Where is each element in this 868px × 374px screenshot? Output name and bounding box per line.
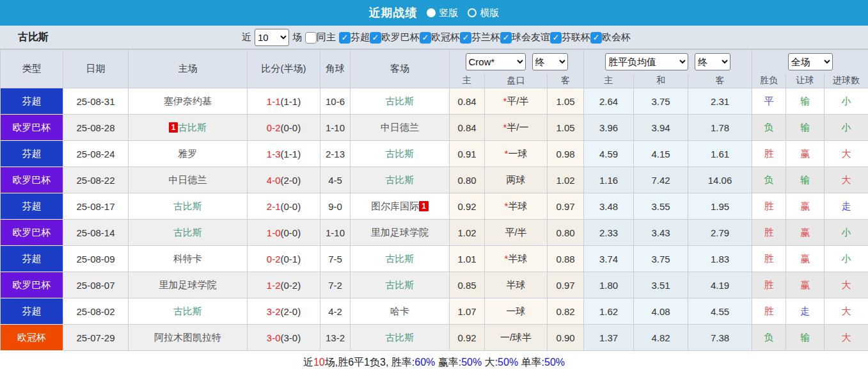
checkbox-checked-icon[interactable]: ✓ [339,32,351,44]
layout-radio-horizontal[interactable]: 横版 [468,7,500,19]
match-type-badge: 欧罗巴杯 [1,115,63,141]
handicap-away-odds-cell: 0.82 [548,298,584,325]
summary-segment: :60% [412,357,435,368]
date-cell: 25-08-22 [63,167,129,193]
team-name-text: 里加足球学院 [371,227,429,238]
table-row: 芬超25-08-02古比斯3-2(2-0)4-2哈卡1.07一球0.821.62… [1,298,868,325]
radio-selected-icon[interactable] [427,8,436,17]
handicap-line-cell: 一球 [485,298,548,325]
summary-segment: 近 [303,356,313,370]
handicap-home-odds-cell: 0.91 [450,141,485,167]
home-team-cell: 1古比斯 [129,115,248,141]
score-cell: 1-3(1-1) [248,141,320,167]
handicap-result-cell: 输 [786,115,825,141]
avg-odds-select[interactable]: 胜平负均值 [605,53,688,70]
goals-result-cell: 小 [825,88,868,115]
corner-cell: 10-6 [320,88,351,115]
team-name-text: 科特卡 [173,253,202,264]
summary-segment: 场,胜6平1负3, 胜率 [325,356,412,370]
asterisk-marker: * [505,148,509,159]
table-row: 欧罗巴杯25-08-14古比斯1-0(0-0)1-10里加足球学院1.02平/半… [1,220,868,246]
col-header-date: 日期 [63,50,129,88]
handicap-home-odds-cell: 1.02 [450,220,485,246]
odds-company-select[interactable]: Crow* [466,53,526,70]
fulltime-score: 1-3 [267,149,281,159]
avg-home-odds-cell: 2.64 [584,88,634,115]
league-checkbox[interactable]: ✓芬超 [339,31,370,44]
fulltime-score: 0-2 [267,254,281,264]
match-type-badge: 芬超 [1,88,63,115]
halftime-score: (0-0) [281,227,301,238]
handicap-home-odds-cell: 0.80 [450,167,485,193]
league-checkbox[interactable]: ✓欧罗巴杯 [370,31,420,44]
avg-draw-odds-cell: 4.82 [634,325,688,351]
handicap-line-cell: *半球 [485,193,548,220]
same-home-checkbox[interactable]: 同主 [305,31,336,44]
home-team-cell: 雅罗 [129,141,248,167]
table-row: 芬超25-08-31塞伊奈约基1-1(1-1)10-6古比斯0.84*平/半1.… [1,88,868,115]
league-checkbox[interactable]: ✓欧会杯 [590,31,631,44]
radio-unselected-icon[interactable] [468,8,477,17]
checkbox-checked-icon[interactable]: ✓ [420,32,431,44]
match-type-badge: 芬超 [1,246,63,272]
rounds-select[interactable]: 10 [255,29,289,46]
handicap-line-cell: 两球 [485,167,548,193]
avg-odds-time-select[interactable]: 终 [695,53,730,70]
checkbox-checked-icon[interactable]: ✓ [550,32,562,44]
scope-select[interactable]: 全场 [788,53,833,70]
near-label: 近 [242,31,251,44]
score-cell: 4-0(2-0) [248,167,320,193]
halftime-score: (1-1) [281,96,301,107]
fulltime-score: 3-0 [267,332,281,343]
avg-draw-odds-cell: 3.94 [634,115,688,141]
handicap-line-cell: 一/球半 [485,325,548,351]
team-name-text: 古比斯 [173,200,202,211]
handicap-home-odds-cell: 0.84 [450,88,485,115]
league-checkbox[interactable]: ✓球会友谊 [500,31,550,44]
avg-home-odds-cell: 4.59 [584,141,634,167]
corner-cell: 1-10 [320,115,351,141]
odds-company-time-select[interactable]: 终 [532,53,568,70]
halftime-score: (0-0) [281,122,301,133]
league-checkbox[interactable]: ✓芬联杯 [550,31,590,44]
avg-draw-odds-cell: 7.42 [634,167,688,193]
layout-radio-vertical[interactable]: 竖版 [427,7,459,19]
home-team-cell: 古比斯 [129,193,248,220]
date-cell: 25-08-31 [63,88,129,115]
radio-horizontal-label: 横版 [480,7,500,19]
table-row: 芬超25-08-24雅罗1-3(1-1)2-13古比斯0.91*一球0.984.… [1,141,868,167]
asterisk-marker: * [505,253,509,264]
fulltime-score: 1-2 [267,280,281,291]
avg-odds-select-group: 胜平负均值 终 [584,50,752,74]
league-checkbox[interactable]: ✓欧冠杯 [420,31,460,44]
avg-home-odds-cell: 1.62 [584,298,634,325]
handicap-result-cell: 输 [786,88,825,115]
sub-header-avg-away: 客 [688,74,752,88]
checkbox-checked-icon[interactable]: ✓ [370,32,381,44]
col-header-away: 客场 [351,50,450,88]
filter-row: 古比斯 近 10 场 同主 ✓芬超✓欧罗巴杯✓欧冠杯✓芬兰杯✓球会友谊✓芬联杯✓… [0,26,868,49]
goals-result-cell: 大 [825,325,868,351]
league-checkbox[interactable]: ✓芬兰杯 [460,31,500,44]
checkbox-checked-icon[interactable]: ✓ [460,32,471,44]
handicap-away-odds-cell: 0.98 [548,141,584,167]
checkbox-checked-icon[interactable]: ✓ [500,32,512,44]
asterisk-marker: * [505,200,509,211]
corner-cell: 4-2 [320,298,351,325]
halftime-score: (1-1) [281,149,301,159]
halftime-score: (2-0) [281,175,301,186]
summary-segment: :50% [542,357,565,368]
summary-segment: 大 [482,356,494,370]
checkbox-checked-icon[interactable]: ✓ [590,32,602,44]
away-team-cell: 古比斯 [351,246,450,272]
halftime-score: (0-0) [281,201,301,212]
sub-header-crow-home: 主 [450,74,485,88]
checkbox-unchecked-icon[interactable] [305,32,317,44]
goals-result-cell: 大 [825,272,868,298]
date-cell: 25-08-07 [63,272,129,298]
handicap-result-cell: 赢 [786,141,825,167]
table-row: 欧冠杯25-07-29阿拉木图凯拉特3-0(3-0)13-2古比斯0.92一/球… [1,325,868,351]
halftime-score: (0-1) [281,254,301,264]
halftime-score: (3-0) [281,332,301,343]
league-label: 欧罗巴杯 [381,31,420,44]
